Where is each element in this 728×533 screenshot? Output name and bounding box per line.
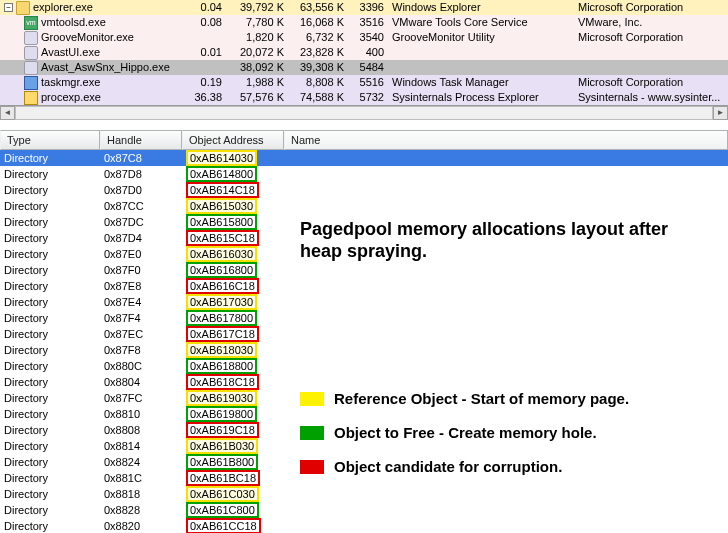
- scroll-right-icon[interactable]: ►: [713, 106, 728, 120]
- process-row[interactable]: vmvmtoolsd.exe0.087,780 K16,068 K3516VMw…: [0, 15, 728, 30]
- cell-comp: Microsoft Corporation: [578, 0, 728, 15]
- cell-comp: Microsoft Corporation: [578, 30, 728, 45]
- cell-priv: 39,792 K: [230, 0, 290, 15]
- process-icon: [16, 1, 30, 15]
- legend-free-text: Object to Free - Create memory hole.: [334, 424, 597, 441]
- cell-address: 0xAB61C800: [182, 502, 284, 518]
- process-list: −explorer.exe0.0439,792 K63,556 K3396Win…: [0, 0, 728, 106]
- cell-address: 0xAB619C18: [182, 422, 284, 438]
- hscrollbar[interactable]: ◄ ►: [0, 106, 728, 120]
- cell-type: Directory: [0, 406, 100, 422]
- handle-row[interactable]: Directory0x87E80xAB616C18: [0, 278, 728, 294]
- cell-type: Directory: [0, 470, 100, 486]
- handle-row[interactable]: Directory0x88280xAB61C800: [0, 502, 728, 518]
- cell-pid: 3540: [350, 30, 388, 45]
- cell-type: Directory: [0, 294, 100, 310]
- cell-type: Directory: [0, 326, 100, 342]
- address-marker: 0xAB617C18: [186, 326, 259, 342]
- address-marker: 0xAB618C18: [186, 374, 259, 390]
- cell-address: 0xAB614800: [182, 166, 284, 182]
- address-marker: 0xAB614030: [186, 150, 257, 166]
- cell-pid: 5516: [350, 75, 388, 90]
- process-row[interactable]: procexp.exe36.3857,576 K74,588 K5732Sysi…: [0, 90, 728, 105]
- handle-row[interactable]: Directory0x88040xAB618C18: [0, 374, 728, 390]
- cell-desc: GrooveMonitor Utility: [388, 30, 578, 45]
- address-marker: 0xAB618030: [186, 342, 257, 358]
- handle-row[interactable]: Directory0x87E40xAB617030: [0, 294, 728, 310]
- handle-row[interactable]: Directory0x88100xAB619800: [0, 406, 728, 422]
- handle-row[interactable]: Directory0x87F00xAB616800: [0, 262, 728, 278]
- handle-row[interactable]: Directory0x87D00xAB614C18: [0, 182, 728, 198]
- col-handle[interactable]: Handle: [100, 130, 182, 150]
- process-row[interactable]: −explorer.exe0.0439,792 K63,556 K3396Win…: [0, 0, 728, 15]
- cell-ws: 8,808 K: [290, 75, 350, 90]
- cell-type: Directory: [0, 486, 100, 502]
- scroll-left-icon[interactable]: ◄: [0, 106, 15, 120]
- handle-row[interactable]: Directory0x880C0xAB618800: [0, 358, 728, 374]
- process-row[interactable]: AvastUI.exe0.0120,072 K23,828 K400: [0, 45, 728, 60]
- cell-address: 0xAB61B030: [182, 438, 284, 454]
- cell-desc: Windows Explorer: [388, 0, 578, 15]
- annotation-title: Pagedpool memory allocations layout afte…: [300, 218, 680, 262]
- cell-ws: 74,588 K: [290, 90, 350, 105]
- handle-row[interactable]: Directory0x87C80xAB614030: [0, 150, 728, 166]
- cell-address: 0xAB615C18: [182, 230, 284, 246]
- tree-expander-icon[interactable]: −: [4, 3, 13, 12]
- col-type[interactable]: Type: [0, 130, 100, 150]
- handle-row[interactable]: Directory0x87D80xAB614800: [0, 166, 728, 182]
- cell-address: 0xAB61CC18: [182, 518, 284, 533]
- cell-priv: 1,988 K: [230, 75, 290, 90]
- address-marker: 0xAB61C030: [186, 486, 259, 502]
- address-marker: 0xAB61CC18: [186, 518, 261, 533]
- process-row[interactable]: taskmgr.exe0.191,988 K8,808 K5516Windows…: [0, 75, 728, 90]
- cell-desc: Sysinternals Process Explorer: [388, 90, 578, 105]
- col-object-address[interactable]: Object Address: [182, 130, 284, 150]
- cell-type: Directory: [0, 278, 100, 294]
- cell-ws: 23,828 K: [290, 45, 350, 60]
- handle-row[interactable]: Directory0x88180xAB61C030: [0, 486, 728, 502]
- cell-priv: 20,072 K: [230, 45, 290, 60]
- scroll-track[interactable]: [15, 106, 713, 120]
- handle-row[interactable]: Directory0x87F40xAB617800: [0, 310, 728, 326]
- process-row[interactable]: GrooveMonitor.exe1,820 K6,732 K3540Groov…: [0, 30, 728, 45]
- address-marker: 0xAB615030: [186, 198, 257, 214]
- cell-priv: 57,576 K: [230, 90, 290, 105]
- address-marker: 0xAB615800: [186, 214, 257, 230]
- cell-handle: 0x87FC: [100, 390, 182, 406]
- cell-address: 0xAB614030: [182, 150, 284, 166]
- cell-comp: VMware, Inc.: [578, 15, 728, 30]
- handle-row[interactable]: Directory0x87F80xAB618030: [0, 342, 728, 358]
- cell-type: Directory: [0, 246, 100, 262]
- address-marker: 0xAB616800: [186, 262, 257, 278]
- cell-ws: 63,556 K: [290, 0, 350, 15]
- legend-free: Object to Free - Create memory hole.: [300, 424, 597, 441]
- cell-type: Directory: [0, 198, 100, 214]
- cell-cpu: 0.04: [190, 0, 230, 15]
- cell-ws: 16,068 K: [290, 15, 350, 30]
- process-name: AvastUI.exe: [41, 45, 100, 60]
- cell-ws: 6,732 K: [290, 30, 350, 45]
- cell-address: 0xAB616800: [182, 262, 284, 278]
- cell-address: 0xAB615030: [182, 198, 284, 214]
- handle-row[interactable]: Directory0x88200xAB61CC18: [0, 518, 728, 533]
- cell-ws: 39,308 K: [290, 60, 350, 75]
- handle-row[interactable]: Directory0x87CC0xAB615030: [0, 198, 728, 214]
- cell-pid: 400: [350, 45, 388, 60]
- cell-handle: 0x87D0: [100, 182, 182, 198]
- cell-desc: Windows Task Manager: [388, 75, 578, 90]
- cell-cpu: 36.38: [190, 90, 230, 105]
- cell-address: 0xAB617C18: [182, 326, 284, 342]
- process-row[interactable]: Avast_AswSnx_Hippo.exe38,092 K39,308 K54…: [0, 60, 728, 75]
- cell-handle: 0x881C: [100, 470, 182, 486]
- cell-pid: 5484: [350, 60, 388, 75]
- col-name[interactable]: Name: [284, 130, 728, 150]
- cell-address: 0xAB61BC18: [182, 470, 284, 486]
- cell-comp: Sysinternals - www.sysinter...: [578, 90, 728, 105]
- cell-type: Directory: [0, 150, 100, 166]
- handles-header-row: Type Handle Object Address Name: [0, 130, 728, 150]
- cell-handle: 0x87D4: [100, 230, 182, 246]
- handle-row[interactable]: Directory0x87EC0xAB617C18: [0, 326, 728, 342]
- cell-handle: 0x87E8: [100, 278, 182, 294]
- address-marker: 0xAB617030: [186, 294, 257, 310]
- cell-priv: 38,092 K: [230, 60, 290, 75]
